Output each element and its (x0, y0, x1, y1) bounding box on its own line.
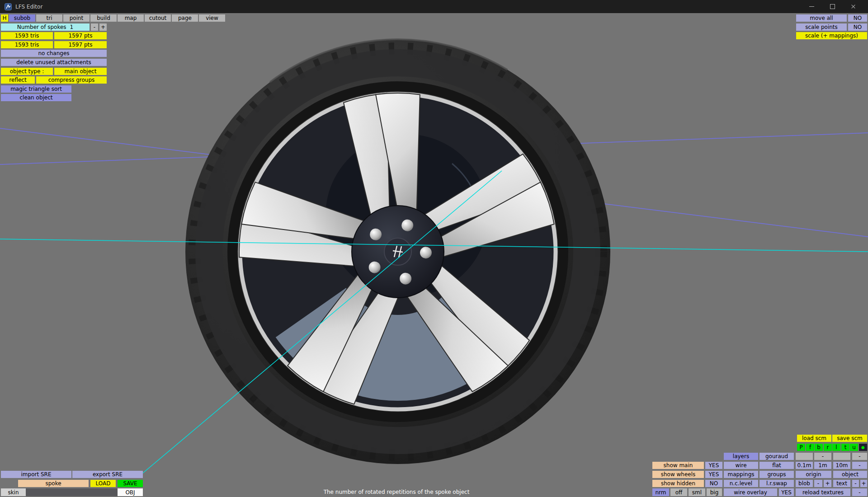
title-bar: LFS Editor (0, 0, 868, 13)
view-right-button[interactable]: r (824, 444, 832, 451)
origin-button[interactable]: origin (796, 471, 831, 478)
lr-swap-button[interactable]: l.r.swap (760, 480, 794, 487)
compress-groups-button[interactable]: compress groups (36, 76, 107, 84)
gouraud-button[interactable]: gouraud (760, 453, 794, 460)
no-changes-button[interactable]: no changes (1, 50, 107, 57)
lfs-editor-icon (5, 3, 12, 10)
tab-point[interactable]: point (63, 14, 90, 22)
text-plus-button[interactable]: + (860, 480, 867, 487)
maximize-icon (830, 4, 835, 9)
skin-button[interactable]: skin (1, 488, 26, 496)
view-front-button[interactable]: f (806, 444, 814, 451)
points-count-a[interactable]: 1597 pts (54, 32, 107, 39)
close-icon (851, 4, 856, 9)
blob-button[interactable]: blob (796, 480, 813, 487)
spokes-decrement-button[interactable]: - (91, 23, 98, 31)
tris-count-a[interactable]: 1593 tris (1, 32, 53, 39)
tris-count-b[interactable]: 1593 tris (1, 41, 53, 48)
layer-blank-2-button[interactable] (833, 453, 850, 460)
layer-minus-1-button[interactable]: - (814, 453, 831, 460)
tab-page[interactable]: page (172, 14, 198, 22)
blob-minus-button[interactable]: - (814, 480, 822, 487)
view-back-button[interactable]: b (815, 444, 823, 451)
object-type-value-button[interactable]: main object (54, 68, 107, 75)
maximize-button[interactable] (822, 0, 843, 13)
text-button[interactable]: text (833, 480, 850, 487)
grid-1m-button[interactable]: 1m (814, 462, 831, 469)
obj-button[interactable]: OBJ (118, 488, 143, 496)
clean-object-button[interactable]: clean object (1, 94, 71, 101)
wire-button[interactable]: wire (724, 462, 758, 469)
nrm-big-button[interactable]: big (707, 488, 722, 496)
show-wheels-button[interactable]: show wheels (652, 471, 704, 478)
view-perspective-button[interactable]: P (797, 444, 805, 451)
export-sre-button[interactable]: export SRE (72, 471, 143, 478)
reload-textures-button[interactable]: reload textures (796, 488, 850, 496)
scale-mappings-button[interactable]: scale (+ mappings) (796, 32, 867, 39)
points-count-b[interactable]: 1597 pts (54, 41, 107, 48)
nc-level-button[interactable]: n.c.level (724, 480, 758, 487)
delete-unused-attachments-button[interactable]: delete unused attachments (1, 59, 107, 66)
reflect-button[interactable]: reflect (1, 76, 35, 84)
object-name-field[interactable]: spoke (18, 480, 89, 487)
spokes-increment-button[interactable]: + (99, 23, 107, 31)
status-bar-text: The number of rotated repetitions of the… (216, 489, 577, 495)
tab-tri[interactable]: tri (36, 14, 62, 22)
view-left-button[interactable]: l (832, 444, 840, 451)
view-under-button[interactable]: u (850, 444, 858, 451)
menu-h-button[interactable]: H (1, 14, 8, 22)
grid-10m-button[interactable]: 10m (833, 462, 850, 469)
blob-plus-button[interactable]: + (824, 480, 831, 487)
scale-points-button[interactable]: scale points (796, 23, 847, 31)
save-button[interactable]: SAVE (118, 480, 143, 487)
inactive-strip (26, 488, 118, 496)
groups-button[interactable]: groups (760, 471, 794, 478)
grid-minus-button[interactable]: - (852, 462, 867, 469)
tab-view[interactable]: view (199, 14, 225, 22)
show-wheels-value[interactable]: YES (705, 471, 722, 478)
window-title: LFS Editor (15, 4, 42, 10)
nrm-button[interactable]: nrm (652, 488, 669, 496)
number-of-spokes-value: 1 (70, 24, 74, 30)
show-hidden-button[interactable]: show hidden (652, 480, 704, 487)
text-minus-button[interactable]: - (852, 480, 859, 487)
object-type-label: object type : (1, 68, 53, 75)
object-button[interactable]: object (833, 471, 867, 478)
scale-points-value[interactable]: NO (848, 23, 867, 31)
layer-minus-2-button[interactable]: - (852, 453, 867, 460)
tab-map[interactable]: map (118, 14, 144, 22)
magic-triangle-sort-button[interactable]: magic triangle sort (1, 85, 71, 93)
minimize-button[interactable] (801, 0, 822, 13)
minimize-icon (809, 6, 814, 7)
load-scm-button[interactable]: load scm (797, 435, 831, 442)
view-top-button[interactable]: t (841, 444, 849, 451)
tab-build[interactable]: build (90, 14, 117, 22)
import-sre-button[interactable]: import SRE (1, 471, 71, 478)
nrm-sml-button[interactable]: sml (689, 488, 705, 496)
load-button[interactable]: LOAD (90, 480, 116, 487)
move-all-button[interactable]: move all (796, 14, 847, 22)
number-of-spokes-label: Number of spokes (17, 24, 66, 30)
wire-overlay-button[interactable]: wire overlay (724, 488, 777, 496)
tab-subob[interactable]: subob (9, 14, 35, 22)
close-button[interactable] (843, 0, 863, 13)
move-all-value[interactable]: NO (848, 14, 867, 22)
mappings-button[interactable]: mappings (724, 471, 758, 478)
show-main-value[interactable]: YES (705, 462, 722, 469)
save-scm-button[interactable]: save scm (832, 435, 867, 442)
wire-overlay-value[interactable]: YES (779, 488, 794, 496)
flat-button[interactable]: flat (760, 462, 794, 469)
view-dot-button[interactable]: ● (859, 444, 867, 451)
3d-viewport[interactable] (0, 0, 868, 497)
show-main-button[interactable]: show main (652, 462, 704, 469)
reload-minus-button[interactable]: - (852, 488, 867, 496)
layers-button[interactable]: layers (724, 453, 758, 460)
number-of-spokes-field[interactable]: Number of spokes 1 (1, 23, 90, 31)
grid-01m-button[interactable]: 0.1m (796, 462, 813, 469)
wheel-model (185, 39, 610, 464)
show-hidden-value[interactable]: NO (705, 480, 722, 487)
nrm-off-button[interactable]: off (670, 488, 687, 496)
tab-cutout[interactable]: cutout (145, 14, 171, 22)
layer-blank-1-button[interactable] (796, 453, 813, 460)
